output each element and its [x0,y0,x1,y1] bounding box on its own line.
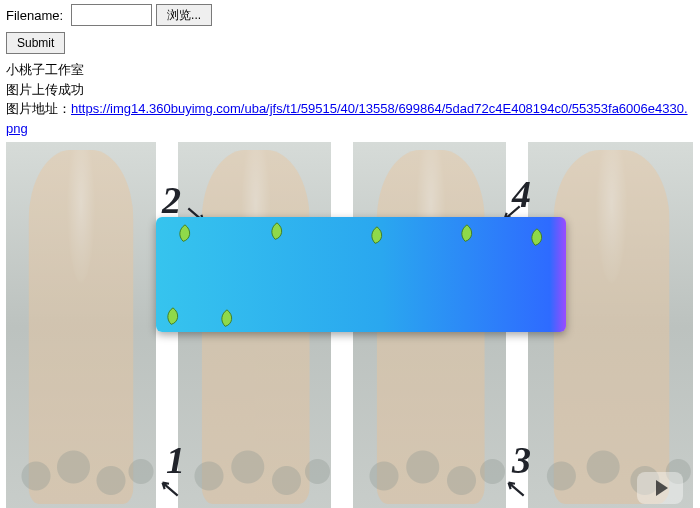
leaf-icon [366,225,388,247]
video-overlay [156,217,566,332]
uploaded-image: 2 4 1 3 [6,142,693,508]
leaf-icon [526,227,548,249]
leaf-icon [162,306,184,328]
filename-label: Filename: [6,8,63,23]
leaf-icon [174,223,196,245]
leaf-icon [266,221,288,243]
browse-button[interactable]: 浏览... [156,4,212,26]
studio-name: 小桃子工作室 [6,60,694,80]
arrow-icon [156,474,182,500]
leaf-icon [216,308,238,330]
submit-button[interactable]: Submit [6,32,65,54]
arrow-icon [502,474,528,500]
image-url-link[interactable]: https://img14.360buyimg.com/uba/jfs/t1/5… [6,101,688,136]
leaf-icon [456,223,478,245]
filename-input[interactable] [71,4,152,26]
panel-number-2: 2 [162,178,181,222]
addr-label: 图片地址： [6,101,71,116]
play-icon[interactable] [637,472,683,504]
upload-status: 图片上传成功 [6,80,694,100]
